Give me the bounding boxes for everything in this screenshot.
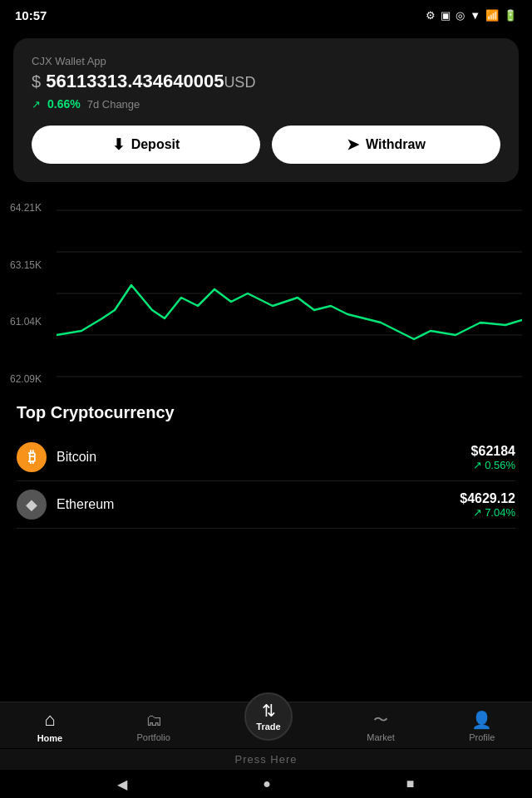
top-crypto-section: Top Cryptocurrency ₿ Bitcoin $62184 ↗ 0.…: [0, 390, 532, 529]
bitcoin-price: $62184: [471, 444, 515, 459]
bitcoin-name: Bitcoin: [57, 450, 96, 465]
wifi-icon: ▼: [470, 9, 480, 22]
wallet-change: ↗ 0.66% 7d Change: [32, 97, 500, 111]
nav-home-label: Home: [37, 733, 63, 743]
android-home-button[interactable]: ●: [263, 776, 271, 791]
market-icon: 〜: [373, 710, 388, 730]
ethereum-name: Ethereum: [57, 497, 114, 512]
currency-label: USD: [224, 74, 255, 91]
wallet-app-label: CJX Wallet App: [32, 55, 500, 67]
nav-market[interactable]: 〜 Market: [367, 710, 395, 742]
ethereum-price: $4629.12: [460, 491, 515, 506]
chart-svg: [57, 202, 515, 388]
top-crypto-title: Top Cryptocurrency: [17, 403, 515, 422]
nav-trade-label: Trade: [256, 722, 280, 732]
change-arrow-icon: ↗: [32, 98, 41, 111]
chart-label-2: 61.04K: [10, 316, 42, 328]
nav-portfolio[interactable]: 🗂 Portfolio: [136, 711, 170, 742]
lens-icon: ◎: [456, 9, 465, 22]
home-icon: ⌂: [44, 709, 55, 731]
nav-home[interactable]: ⌂ Home: [37, 709, 63, 743]
nav-trade[interactable]: ⇅ Trade: [244, 692, 293, 741]
balance-amount: 56113313.434640005: [46, 71, 224, 91]
status-icons: ⚙ ▣ ◎ ▼ 📶 🔋: [426, 9, 517, 22]
status-time: 10:57: [15, 8, 47, 22]
bitcoin-icon: ₿: [17, 442, 47, 472]
deposit-button[interactable]: ⬇ Deposit: [32, 126, 260, 164]
deposit-label: Deposit: [131, 137, 180, 152]
portfolio-icon: 🗂: [145, 711, 162, 730]
wallet-balance: $ 56113313.434640005USD: [32, 71, 500, 92]
battery-icon: 🔋: [504, 9, 517, 22]
chart-label-1: 63.15K: [10, 259, 42, 271]
wallet-actions: ⬇ Deposit ➤ Withdraw: [32, 126, 500, 164]
deposit-icon: ⬇: [112, 135, 125, 154]
chart-label-3: 62.09K: [10, 373, 42, 385]
android-nav-bar: ◀ ● ■: [0, 770, 532, 798]
withdraw-label: Withdraw: [366, 137, 426, 152]
nav-profile-label: Profile: [469, 732, 495, 742]
android-back-button[interactable]: ◀: [117, 776, 127, 792]
bottom-nav: ⌂ Home 🗂 Portfolio ⇅ Trade 〜 Market 👤 Pr…: [0, 702, 532, 748]
nav-market-label: Market: [367, 732, 395, 742]
status-bar: 10:57 ⚙ ▣ ◎ ▼ 📶 🔋: [0, 0, 532, 30]
withdraw-button[interactable]: ➤ Withdraw: [272, 126, 500, 164]
change-label: 7d Change: [87, 98, 140, 111]
bitcoin-change: ↗ 0.56%: [471, 459, 515, 471]
change-percent: 0.66%: [47, 97, 81, 111]
nav-portfolio-label: Portfolio: [136, 732, 170, 742]
ethereum-icon: ◆: [17, 490, 47, 520]
crypto-right-ethereum: $4629.12 ↗ 7.04%: [460, 491, 515, 519]
profile-icon: 👤: [471, 710, 492, 730]
withdraw-icon: ➤: [347, 135, 359, 154]
android-recent-button[interactable]: ■: [406, 776, 415, 791]
dollar-sign: $: [32, 72, 41, 91]
trade-icon: ⇅: [262, 701, 276, 721]
press-here-label: Press Here: [234, 753, 297, 766]
sim-icon: ▣: [441, 9, 451, 22]
ethereum-change: ↗ 7.04%: [460, 506, 515, 519]
chart-label-0: 64.21K: [10, 202, 42, 214]
signal-icon: 📶: [485, 9, 499, 22]
settings-icon: ⚙: [426, 9, 436, 22]
crypto-item-ethereum[interactable]: ◆ Ethereum $4629.12 ↗ 7.04%: [17, 481, 515, 529]
crypto-left-ethereum: ◆ Ethereum: [17, 490, 114, 520]
crypto-right-bitcoin: $62184 ↗ 0.56%: [471, 444, 515, 471]
press-here-bar[interactable]: Press Here: [0, 749, 532, 770]
crypto-item-bitcoin[interactable]: ₿ Bitcoin $62184 ↗ 0.56%: [17, 434, 515, 481]
chart-area: 64.21K 63.15K 61.04K 62.09K: [0, 190, 532, 390]
crypto-left-bitcoin: ₿ Bitcoin: [17, 442, 96, 472]
wallet-card: CJX Wallet App $ 56113313.434640005USD ↗…: [13, 38, 519, 182]
nav-profile[interactable]: 👤 Profile: [469, 710, 495, 742]
chart-y-labels: 64.21K 63.15K 61.04K 62.09K: [10, 202, 42, 385]
